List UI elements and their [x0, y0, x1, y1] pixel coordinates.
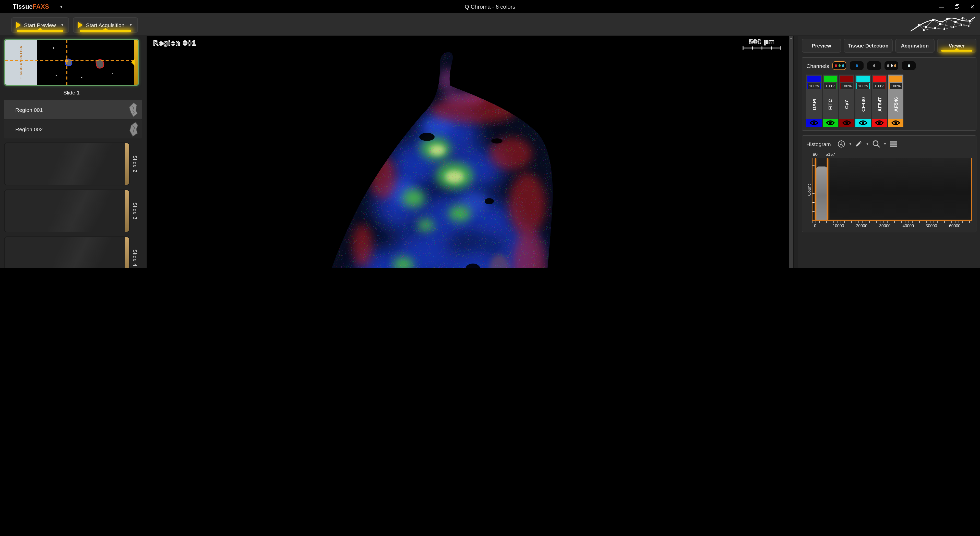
channel-visibility-toggle[interactable]: [807, 119, 822, 127]
channel-name: CF430: [860, 97, 866, 111]
channel-columns: 100% DAPI 100% FITC: [807, 75, 972, 127]
start-preview-button[interactable]: Start Preview ▼: [11, 17, 69, 32]
channel-opacity-value[interactable]: 100%: [873, 83, 886, 89]
svg-text:A: A: [840, 142, 843, 146]
channel-visibility-toggle[interactable]: [839, 119, 854, 127]
window-title: Q Chroma - 6 colors: [465, 3, 515, 10]
range-marker-high-line[interactable]: [827, 158, 828, 219]
tissuegnostics-network-logo: [908, 14, 976, 34]
right-panel-tabs: Preview Tissue Detection Acquisition Vie…: [802, 39, 977, 52]
eye-icon: [891, 120, 900, 126]
channel-visibility-toggle[interactable]: [872, 119, 887, 127]
app-logo-accent: FAXS: [33, 3, 49, 10]
image-viewer[interactable]: Region 001 500 µm: [147, 36, 793, 268]
tab-label: Viewer: [948, 43, 965, 49]
channel-preset-3-button[interactable]: [867, 61, 881, 70]
channel-visibility-toggle[interactable]: [823, 119, 838, 127]
play-icon: [16, 22, 21, 28]
title-bar: TissueFAXS ▼ Q Chroma - 6 colors — ✕: [0, 0, 980, 13]
slide-label: Slide 3: [132, 202, 138, 219]
channel-opacity-value[interactable]: 100%: [807, 83, 821, 89]
slide-4-item[interactable]: Slide 4: [4, 237, 143, 268]
channel-preset-5-button[interactable]: [902, 61, 916, 70]
preset-dot: [894, 65, 896, 67]
tissue-fluorescence-image: [321, 49, 617, 268]
channel-column-cy7[interactable]: 100% Cy7: [839, 75, 854, 127]
channel-column-af546[interactable]: 100% AF546: [888, 75, 904, 127]
tab-preview[interactable]: Preview: [802, 39, 841, 52]
channel-column-cf430[interactable]: 100% CF430: [855, 75, 871, 127]
channel-opacity-value[interactable]: 100%: [840, 83, 853, 89]
channel-opacity-value[interactable]: 100%: [856, 83, 870, 89]
chevron-down-icon[interactable]: ▼: [849, 142, 852, 146]
chevron-down-icon[interactable]: ▼: [866, 142, 869, 146]
channel-opacity-value[interactable]: 100%: [889, 83, 902, 89]
channel-color-swatch[interactable]: [807, 76, 821, 82]
close-button[interactable]: ✕: [965, 0, 980, 13]
slide-preview-image: [5, 40, 138, 85]
panel-splitter[interactable]: [793, 36, 798, 268]
histogram-group: Histogram A ▼ ▼ ▼ Count: [802, 135, 977, 232]
x-tick-label: 50000: [926, 224, 937, 228]
range-marker-low-line[interactable]: [815, 158, 816, 219]
preset-dot: [838, 65, 841, 67]
minimize-button[interactable]: —: [934, 0, 949, 13]
auto-adjust-icon[interactable]: A: [837, 140, 846, 148]
channel-opacity-value[interactable]: 100%: [824, 83, 837, 89]
slide-label: Slide 2: [132, 155, 138, 173]
channel-preset-4-button[interactable]: [885, 61, 899, 70]
channel-color-swatch[interactable]: [873, 76, 886, 82]
slide-2-item[interactable]: Slide 2: [4, 143, 143, 185]
tab-viewer[interactable]: Viewer: [937, 39, 977, 52]
eye-icon: [810, 120, 819, 126]
search-icon[interactable]: [872, 140, 880, 148]
app-menu-chevron-icon[interactable]: ▼: [59, 4, 63, 9]
region-thumbnail: [127, 102, 139, 117]
channel-name: FITC: [827, 99, 833, 110]
channel-color-swatch[interactable]: [840, 76, 853, 82]
range-marker-high-value: 5157: [826, 152, 835, 157]
chevron-down-icon[interactable]: ▼: [60, 23, 64, 27]
restore-button[interactable]: [949, 0, 965, 13]
edit-pencil-icon[interactable]: [855, 140, 863, 148]
x-tick-label: 60000: [949, 224, 961, 228]
menu-icon[interactable]: [889, 141, 898, 147]
scale-bar-ruler: [742, 45, 782, 51]
scroll-up-arrow-icon[interactable]: ▲: [789, 36, 793, 40]
viewer-vertical-scrollbar[interactable]: ▲ ▼: [789, 36, 793, 268]
tab-label: Acquisition: [901, 43, 929, 49]
opacity-text: 100%: [875, 84, 884, 88]
channel-column-af647[interactable]: 100% AF647: [872, 75, 887, 127]
x-tick-label: 30000: [879, 224, 891, 228]
channel-color-swatch[interactable]: [856, 76, 870, 82]
slide-thumbnail: [4, 189, 130, 232]
chevron-down-icon[interactable]: ▼: [129, 23, 132, 27]
channel-preset-2-button[interactable]: [850, 61, 864, 70]
app-logo: TissueFAXS: [13, 3, 49, 10]
channel-column-fitc[interactable]: 100% FITC: [823, 75, 838, 127]
tab-acquisition[interactable]: Acquisition: [895, 39, 935, 52]
chevron-down-icon[interactable]: ▼: [883, 142, 886, 146]
channel-visibility-toggle[interactable]: [888, 119, 904, 127]
channel-visibility-toggle[interactable]: [855, 119, 871, 127]
channel-color-swatch[interactable]: [824, 76, 837, 82]
channel-preset-1-button[interactable]: [833, 61, 846, 70]
preset-dot: [835, 65, 837, 67]
viewer-region-label: Region 001: [153, 39, 196, 47]
slide-edge-bar: [125, 190, 129, 232]
x-tick-label: 0: [814, 224, 816, 228]
tab-tissue-detection[interactable]: Tissue Detection: [844, 39, 892, 52]
region-list-item-001[interactable]: Region 001: [4, 100, 142, 119]
opacity-text: 100%: [891, 84, 900, 88]
slide-1-thumbnail[interactable]: TISSUEGNOSTICS: [4, 39, 139, 86]
channel-color-swatch[interactable]: [889, 76, 902, 82]
start-acquisition-button[interactable]: Start Acquisition ▼: [73, 17, 138, 32]
opacity-text: 100%: [858, 84, 868, 88]
slide-1-caption: Slide 1: [4, 86, 139, 100]
slide-3-item[interactable]: Slide 3: [4, 189, 143, 232]
region-thumbnail: [128, 121, 139, 137]
histogram-plot-area[interactable]: Count 90 5157: [807, 152, 972, 228]
channel-column-dapi[interactable]: 100% DAPI: [807, 75, 822, 127]
tab-label: Preview: [812, 43, 831, 49]
region-list-item-002[interactable]: Region 002: [4, 119, 142, 138]
